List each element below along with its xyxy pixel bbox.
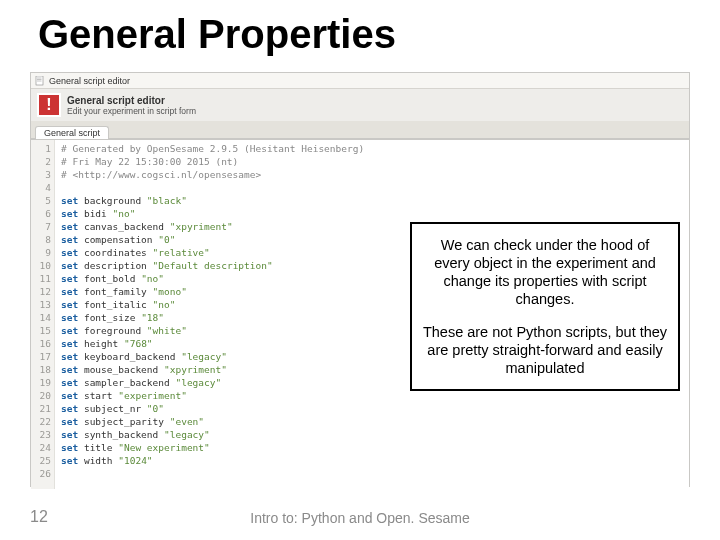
line-gutter: 1234567891011121314151617181920212223242…: [31, 140, 55, 489]
svg-rect-0: [36, 76, 43, 85]
editor-header: ! General script editor Edit your experi…: [31, 89, 689, 121]
editor-header-subtitle: Edit your experiment in script form: [67, 106, 196, 116]
callout-box: We can check under the hood of every obj…: [410, 222, 680, 391]
window-title: General script editor: [49, 76, 130, 86]
tab-general-script[interactable]: General script: [35, 126, 109, 139]
editor-header-text: General script editor Edit your experime…: [67, 95, 196, 116]
callout-para-1: We can check under the hood of every obj…: [422, 236, 668, 309]
editor-header-title: General script editor: [67, 95, 196, 106]
exclamation-icon: !: [37, 93, 61, 117]
tabbar: General script: [31, 121, 689, 139]
document-icon: [35, 76, 45, 86]
slide-title: General Properties: [38, 12, 396, 57]
footer-text: Intro to: Python and Open. Sesame: [0, 510, 720, 526]
window-titlebar: General script editor: [31, 73, 689, 89]
callout-para-2: These are not Python scripts, but they a…: [422, 323, 668, 377]
